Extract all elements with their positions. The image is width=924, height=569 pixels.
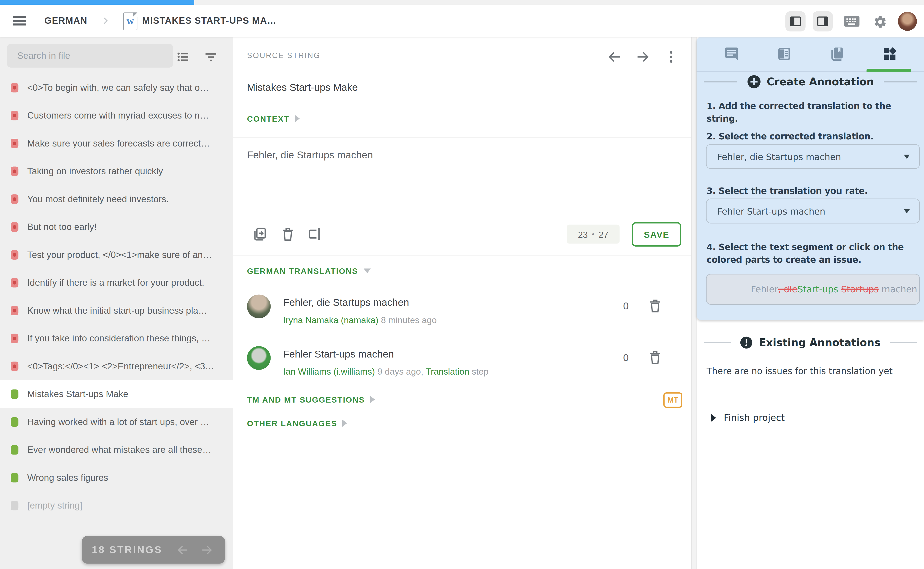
select-text-icon[interactable] xyxy=(307,227,322,242)
toggle-left-panel-button[interactable] xyxy=(785,11,806,32)
toggle-right-panel-button[interactable] xyxy=(813,11,833,32)
rated-translation-select[interactable]: Fehler Start-ups machen xyxy=(706,199,920,224)
status-bullet xyxy=(11,333,18,343)
diff-segment[interactable]: Fehler xyxy=(751,284,778,295)
search-input[interactable] xyxy=(7,44,173,68)
existing-annotations-header: Existing Annotations xyxy=(696,336,924,349)
search-box xyxy=(7,44,173,68)
strings-pager: 18 STRINGS xyxy=(82,536,225,564)
tab-comments[interactable] xyxy=(713,37,749,71)
author-link[interactable]: Ian Williams (i.williams) xyxy=(283,366,375,376)
timestamp: 9 days ago, xyxy=(378,366,423,376)
avatar xyxy=(247,346,271,370)
list-item[interactable]: Having worked with a lot of start ups, o… xyxy=(0,408,234,436)
tab-annotations[interactable] xyxy=(872,37,907,71)
user-avatar[interactable] xyxy=(898,12,917,31)
clear-translation-icon[interactable] xyxy=(281,227,296,242)
status-bullet xyxy=(11,222,18,231)
app-header: GERMAN W MISTAKES START-UPS MA… xyxy=(0,5,924,38)
list-view-icon[interactable] xyxy=(176,50,190,64)
menu-icon[interactable] xyxy=(13,14,26,27)
status-bullet xyxy=(11,83,18,92)
delete-translation-icon[interactable] xyxy=(648,298,663,313)
list-item[interactable]: Ever wondered what mistakes are all thes… xyxy=(0,436,234,464)
prev-page-icon[interactable] xyxy=(177,543,190,556)
tab-glossary[interactable] xyxy=(819,37,854,71)
avatar xyxy=(247,295,271,318)
diff-segment[interactable]: Startups xyxy=(841,284,879,295)
list-item[interactable]: Taking on investors rather quickly xyxy=(0,157,234,185)
list-item[interactable]: [empty string] xyxy=(0,491,234,519)
divider xyxy=(234,255,696,256)
decorative-line xyxy=(884,81,917,82)
string-text: <0>To begin with, we can safely say that… xyxy=(27,82,209,93)
settings-gear-icon[interactable] xyxy=(873,15,887,29)
keyboard-shortcuts-icon[interactable] xyxy=(844,15,860,28)
step-suffix: step xyxy=(472,366,489,376)
corrected-translation-select[interactable]: Fehler, die Startups machen xyxy=(706,144,920,169)
chars-current: 23 xyxy=(578,229,588,239)
decorative-line xyxy=(704,342,731,343)
list-item[interactable]: <0>Tags:</0><1> <2>Entrepreneur</2>, <3… xyxy=(0,352,234,380)
status-bullet xyxy=(11,111,18,120)
list-item[interactable]: Identify if there is a market for your p… xyxy=(0,269,234,297)
expand-icon xyxy=(295,115,299,122)
list-item[interactable]: You most definitely need investors. xyxy=(0,185,234,213)
status-bullet xyxy=(11,417,18,426)
string-text: Having worked with a lot of start ups, o… xyxy=(27,416,209,427)
list-item[interactable]: Mistakes Start-ups Make xyxy=(0,380,234,408)
tm-mt-suggestions-toggle[interactable]: TM AND MT SUGGESTIONS xyxy=(247,396,375,405)
status-bullet xyxy=(11,361,18,371)
next-string-icon[interactable] xyxy=(635,49,650,65)
translation-text[interactable]: Fehler, die Startups machen xyxy=(283,297,409,309)
diff-segment[interactable]: machen xyxy=(879,284,917,295)
panel-scrollbar-gutter[interactable] xyxy=(691,37,697,569)
document-title[interactable]: MISTAKES START-UPS MA… xyxy=(142,15,277,26)
filter-icon[interactable] xyxy=(204,50,218,64)
list-item[interactable]: <0>To begin with, we can safely say that… xyxy=(0,73,234,102)
translation-input-text[interactable]: Fehler, die Startups machen xyxy=(247,149,373,161)
status-bullet xyxy=(11,166,18,176)
expand-icon xyxy=(370,396,375,403)
author-link[interactable]: Iryna Namaka (namaka) xyxy=(283,315,378,325)
string-text: Identify if there is a market for your p… xyxy=(27,277,204,288)
translations-section-toggle[interactable]: GERMAN TRANSLATIONS xyxy=(247,267,370,276)
status-bullet xyxy=(11,194,18,204)
word-document-icon: W xyxy=(123,12,137,30)
next-page-icon[interactable] xyxy=(200,543,214,556)
list-item[interactable]: Know what the initial start-up business … xyxy=(0,297,234,324)
file-progress-bar xyxy=(0,0,924,5)
string-text: Know what the initial start-up business … xyxy=(27,305,207,316)
tab-document-info[interactable] xyxy=(766,37,802,71)
finish-project-toggle[interactable]: Finish project xyxy=(711,412,785,423)
list-item[interactable]: If you take into consideration these thi… xyxy=(0,324,234,352)
list-item[interactable]: Wrong sales figures xyxy=(0,464,234,491)
other-languages-toggle[interactable]: OTHER LANGUAGES xyxy=(247,419,347,428)
more-options-icon[interactable] xyxy=(663,49,679,65)
diff-segment[interactable]: Start-ups xyxy=(798,284,838,295)
source-string-text: Mistakes Start-ups Make xyxy=(247,82,358,94)
mt-badge: MT xyxy=(663,393,682,408)
status-bullet xyxy=(11,501,18,510)
previous-string-icon[interactable] xyxy=(607,49,623,65)
list-item[interactable]: Make sure your sales forecasts are corre… xyxy=(0,129,234,157)
expand-icon xyxy=(343,420,347,427)
triangle-right-icon xyxy=(711,414,716,422)
list-item[interactable]: Test your product, </0><1>make sure of a… xyxy=(0,240,234,269)
context-toggle[interactable]: CONTEXT xyxy=(247,114,299,123)
breadcrumb-language[interactable]: GERMAN xyxy=(44,15,87,26)
translation-text[interactable]: Fehler Start-ups machen xyxy=(283,348,394,361)
panel-right-icon xyxy=(816,15,829,28)
list-item[interactable]: But not too early! xyxy=(0,213,234,241)
copy-source-icon[interactable] xyxy=(252,227,267,242)
diff-segment[interactable]: , die xyxy=(778,284,797,295)
chevron-right-icon xyxy=(101,16,110,26)
list-item[interactable]: Customers come with myriad excuses to n… xyxy=(0,102,234,129)
diff-segment[interactable] xyxy=(838,284,841,295)
delete-translation-icon[interactable] xyxy=(648,350,663,365)
source-string-label: SOURCE STRING xyxy=(247,51,320,60)
status-bullet xyxy=(11,250,18,259)
save-button[interactable]: SAVE xyxy=(632,222,681,247)
workflow-step-link[interactable]: Translation xyxy=(426,366,469,376)
string-text: [empty string] xyxy=(27,500,82,511)
